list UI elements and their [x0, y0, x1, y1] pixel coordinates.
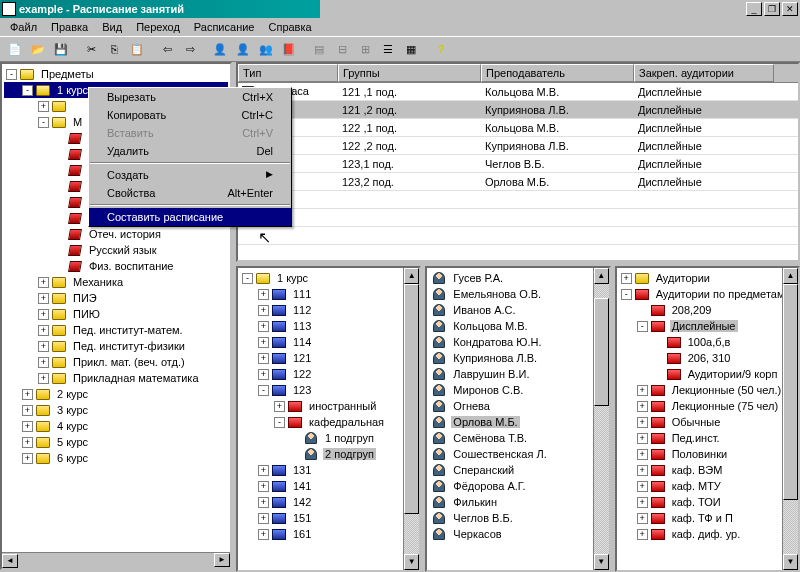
menu-item[interactable]: УдалитьDel [89, 142, 291, 160]
expand-toggle[interactable]: + [258, 337, 269, 348]
list-item[interactable]: Кондратова Ю.Н. [429, 334, 606, 350]
props-icon[interactable]: ▦ [400, 38, 422, 60]
tree-item[interactable]: +111 [240, 286, 417, 302]
tree-item[interactable]: +ПИЮ [4, 306, 228, 322]
tree-item[interactable]: +131 [240, 462, 417, 478]
tree-item[interactable]: Отеч. история [4, 226, 228, 242]
expand-toggle[interactable]: + [258, 497, 269, 508]
tree-item[interactable]: -Дисплейные [619, 318, 796, 334]
tree-item[interactable]: +161 [240, 526, 417, 542]
list-icon[interactable]: ▤ [308, 38, 330, 60]
tree-item[interactable]: +Половинки [619, 446, 796, 462]
expand-toggle[interactable]: + [637, 417, 648, 428]
scrollbar-h[interactable]: ◄► [2, 552, 230, 568]
menu-item[interactable]: КопироватьCtrl+C [89, 106, 291, 124]
col-type[interactable]: Тип [238, 64, 338, 82]
table-row[interactable]: 121 ,2 под.Куприянова Л.В.Дисплейные [238, 101, 798, 119]
expand-toggle[interactable]: - [242, 273, 253, 284]
menu-item[interactable]: ВырезатьCtrl+X [89, 88, 291, 106]
copy-icon[interactable]: ⎘ [103, 38, 125, 60]
menu-help[interactable]: Справка [262, 19, 317, 35]
list-item[interactable]: Сошественская Л. [429, 446, 606, 462]
maximize-button[interactable]: ❐ [764, 2, 780, 16]
scrollbar-v[interactable]: ▲▼ [782, 268, 798, 570]
user2-icon[interactable]: 👤 [232, 38, 254, 60]
tree-item[interactable]: +иностранный [240, 398, 417, 414]
list-item[interactable]: Черкасов [429, 526, 606, 542]
forward-icon[interactable]: ⇨ [179, 38, 201, 60]
expand-toggle[interactable]: + [274, 401, 285, 412]
save-icon[interactable]: 💾 [50, 38, 72, 60]
menu-item[interactable]: Создать▶ [89, 166, 291, 184]
list-item[interactable]: Семёнова Т.В. [429, 430, 606, 446]
expand-toggle[interactable]: + [258, 481, 269, 492]
menu-view[interactable]: Вид [96, 19, 128, 35]
tree-item[interactable]: +каф. диф. ур. [619, 526, 796, 542]
tree-item[interactable]: +Пед.инст. [619, 430, 796, 446]
expand-toggle[interactable]: + [637, 465, 648, 476]
col-group[interactable]: Группы [338, 64, 481, 82]
table-row[interactable]: 122 ,2 под.Куприянова Л.В.Дисплейные [238, 137, 798, 155]
list-item[interactable]: Огнева [429, 398, 606, 414]
tree-item[interactable]: -Предметы [4, 66, 228, 82]
expand-toggle[interactable]: + [637, 433, 648, 444]
tree-item[interactable]: +122 [240, 366, 417, 382]
tree-item[interactable]: +Лекционные (50 чел.) [619, 382, 796, 398]
expand-toggle[interactable]: + [637, 401, 648, 412]
tree-item[interactable]: 208,209 [619, 302, 796, 318]
tree-item[interactable]: Аудитории/9 корп [619, 366, 796, 382]
expand-toggle[interactable]: + [637, 385, 648, 396]
expand-toggle[interactable]: + [38, 309, 49, 320]
scrollbar-v[interactable]: ▲▼ [403, 268, 419, 570]
cut-icon[interactable]: ✂ [80, 38, 102, 60]
tree-item[interactable]: +142 [240, 494, 417, 510]
grid-icon[interactable]: ⊞ [354, 38, 376, 60]
tree-item[interactable]: +Механика [4, 274, 228, 290]
tree-item[interactable]: +5 курс [4, 434, 228, 450]
tree-item[interactable]: -кафедральная [240, 414, 417, 430]
list-item[interactable]: Фёдорова А.Г. [429, 478, 606, 494]
tree-item[interactable]: 2 подгруп [240, 446, 417, 462]
tree-item[interactable]: +151 [240, 510, 417, 526]
table-row[interactable]: 123,1 под.Чеглов В.Б.Дисплейные [238, 155, 798, 173]
tree-item[interactable]: +Пед. институт-физики [4, 338, 228, 354]
expand-toggle[interactable]: + [38, 357, 49, 368]
list-item[interactable]: Миронов С.В. [429, 382, 606, 398]
list-item[interactable]: Орлова М.Б. [429, 414, 606, 430]
tree-item[interactable]: +6 курс [4, 450, 228, 466]
close-button[interactable]: ✕ [782, 2, 798, 16]
list-item[interactable]: Куприянова Л.В. [429, 350, 606, 366]
list-item[interactable]: Филькин [429, 494, 606, 510]
expand-toggle[interactable]: - [6, 69, 17, 80]
expand-toggle[interactable]: + [22, 421, 33, 432]
list-item[interactable]: Емельянова О.В. [429, 286, 606, 302]
tree-item[interactable]: +121 [240, 350, 417, 366]
list-item[interactable]: Кольцова М.В. [429, 318, 606, 334]
tree-item[interactable]: 100а,б,в [619, 334, 796, 350]
paste-icon[interactable]: 📋 [126, 38, 148, 60]
expand-toggle[interactable]: + [22, 405, 33, 416]
tree-item[interactable]: +каф. МТУ [619, 478, 796, 494]
expand-toggle[interactable]: + [637, 449, 648, 460]
expand-toggle[interactable]: + [621, 273, 632, 284]
tree-item[interactable]: +141 [240, 478, 417, 494]
expand-toggle[interactable]: + [38, 373, 49, 384]
menu-schedule[interactable]: Расписание [188, 19, 261, 35]
expand-toggle[interactable]: + [258, 513, 269, 524]
expand-toggle[interactable]: + [38, 277, 49, 288]
tree-item[interactable]: +112 [240, 302, 417, 318]
new-icon[interactable]: 📄 [4, 38, 26, 60]
expand-toggle[interactable]: + [38, 341, 49, 352]
tree-item[interactable]: +ПИЭ [4, 290, 228, 306]
table-row[interactable]: 123,2 под.Орлова М.Б.Дисплейные [238, 173, 798, 191]
expand-toggle[interactable]: + [637, 497, 648, 508]
tree-item[interactable]: 1 подгруп [240, 430, 417, 446]
col-teacher[interactable]: Преподаватель [481, 64, 634, 82]
tree-item[interactable]: +Обычные [619, 414, 796, 430]
expand-toggle[interactable]: - [258, 385, 269, 396]
book-icon[interactable]: 📕 [278, 38, 300, 60]
expand-toggle[interactable]: - [621, 289, 632, 300]
tree-item[interactable]: +Аудитории [619, 270, 796, 286]
expand-toggle[interactable]: + [258, 321, 269, 332]
expand-toggle[interactable]: + [637, 481, 648, 492]
